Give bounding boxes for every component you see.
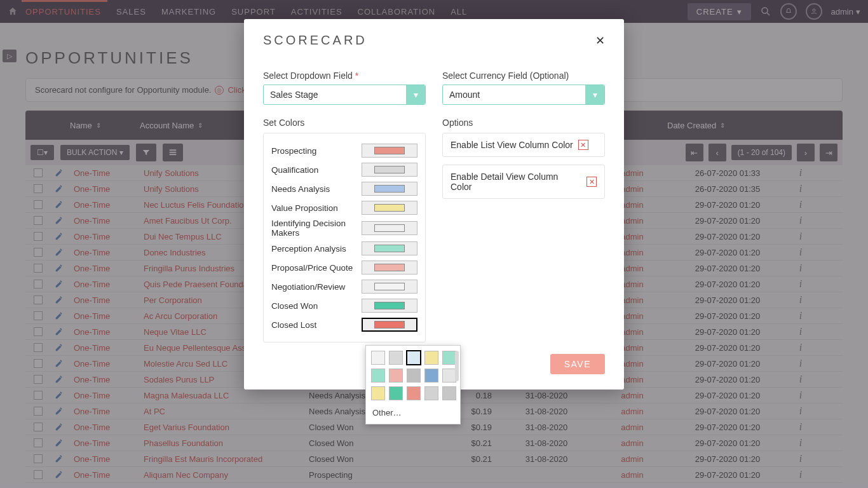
dropdown-field-select[interactable]: Sales Stage ▾ bbox=[263, 85, 426, 105]
picker-swatch[interactable] bbox=[371, 386, 385, 400]
color-row: Proposal/Price Quote bbox=[271, 259, 417, 276]
color-swatch bbox=[374, 245, 405, 252]
color-stage-label: Closed Lost bbox=[271, 320, 362, 330]
picker-swatch[interactable] bbox=[389, 369, 403, 383]
picker-swatch[interactable] bbox=[424, 351, 438, 365]
color-swatch bbox=[374, 321, 405, 329]
color-row: Perception Analysis bbox=[271, 240, 417, 257]
save-button[interactable]: SAVE bbox=[550, 354, 605, 374]
remove-icon[interactable]: ✕ bbox=[578, 140, 588, 150]
currency-field-value: Amount bbox=[449, 90, 480, 100]
color-swatch-button[interactable] bbox=[362, 182, 417, 196]
color-row: Identifying Decision Makers bbox=[271, 219, 417, 238]
scroll-thumb[interactable] bbox=[455, 351, 459, 381]
color-stage-label: Negotiation/Review bbox=[271, 282, 362, 292]
currency-field-label: Select Currency Field (Optional) bbox=[442, 71, 605, 81]
color-swatch bbox=[374, 224, 405, 232]
color-swatch-button[interactable] bbox=[362, 144, 417, 158]
picker-swatch[interactable] bbox=[371, 369, 385, 383]
color-stage-label: Perception Analysis bbox=[271, 244, 362, 254]
color-swatch-button[interactable] bbox=[362, 261, 417, 274]
picker-swatch[interactable] bbox=[442, 351, 456, 365]
color-swatch bbox=[374, 302, 405, 309]
color-row: Negotiation/Review bbox=[271, 278, 417, 295]
required-mark: * bbox=[355, 71, 358, 81]
chevron-down-icon: ▾ bbox=[406, 85, 425, 104]
color-stage-label: Prospecting bbox=[271, 146, 362, 156]
color-other[interactable]: Other… bbox=[371, 407, 455, 419]
modal-title: SCORECARD bbox=[263, 33, 595, 48]
color-swatch bbox=[374, 185, 405, 193]
color-swatch bbox=[374, 283, 405, 290]
color-row: Closed Lost bbox=[271, 316, 417, 333]
close-icon[interactable]: ✕ bbox=[595, 34, 605, 48]
color-stage-label: Closed Won bbox=[271, 301, 362, 311]
color-row: Qualification bbox=[271, 161, 417, 178]
color-swatch-button[interactable] bbox=[362, 221, 417, 235]
color-row: Prospecting bbox=[271, 142, 417, 159]
color-swatch-button[interactable] bbox=[362, 163, 417, 177]
picker-swatch[interactable] bbox=[442, 386, 456, 400]
scorecard-modal: SCORECARD ✕ Select Dropdown Field * Sale… bbox=[244, 19, 624, 390]
color-stage-label: Needs Analysis bbox=[271, 184, 362, 194]
picker-swatch[interactable] bbox=[424, 386, 438, 400]
option-detail-color[interactable]: Enable Detail View Column Color ✕ bbox=[442, 165, 605, 199]
color-stage-label: Value Proposition bbox=[271, 203, 362, 213]
remove-icon[interactable]: ✕ bbox=[587, 177, 597, 187]
chevron-down-icon: ▾ bbox=[585, 85, 604, 104]
option-detail-label: Enable Detail View Column Color bbox=[451, 172, 581, 192]
color-picker: Other… bbox=[365, 345, 461, 424]
picker-swatch[interactable] bbox=[407, 369, 421, 383]
picker-swatch[interactable] bbox=[389, 386, 403, 400]
color-swatch bbox=[374, 147, 405, 154]
picker-swatch[interactable] bbox=[389, 351, 403, 365]
picker-swatch[interactable] bbox=[424, 369, 438, 383]
picker-swatch[interactable] bbox=[442, 369, 456, 383]
color-row: Value Proposition bbox=[271, 200, 417, 216]
set-colors-label: Set Colors bbox=[263, 118, 426, 128]
color-row: Needs Analysis bbox=[271, 180, 417, 197]
picker-swatch[interactable] bbox=[371, 351, 385, 365]
currency-field-select[interactable]: Amount ▾ bbox=[442, 85, 605, 105]
color-stage-label: Qualification bbox=[271, 165, 362, 175]
color-swatch-button[interactable] bbox=[362, 241, 417, 255]
color-swatch-button[interactable] bbox=[362, 201, 417, 215]
color-swatch bbox=[374, 264, 405, 271]
picker-swatch[interactable] bbox=[407, 386, 421, 400]
color-swatch-button[interactable] bbox=[362, 280, 417, 294]
color-stage-label: Identifying Decision Makers bbox=[271, 219, 362, 238]
colors-panel: ProspectingQualificationNeeds AnalysisVa… bbox=[263, 133, 426, 342]
color-stage-label: Proposal/Price Quote bbox=[271, 263, 362, 273]
dropdown-field-label: Select Dropdown Field bbox=[263, 71, 353, 81]
color-swatch-button[interactable] bbox=[362, 299, 417, 313]
color-swatch bbox=[374, 204, 405, 212]
color-swatch-button[interactable] bbox=[362, 318, 417, 332]
option-list-color[interactable]: Enable List View Column Color ✕ bbox=[442, 133, 605, 157]
option-list-label: Enable List View Column Color bbox=[451, 140, 573, 150]
color-row: Closed Won bbox=[271, 297, 417, 314]
picker-swatch[interactable] bbox=[407, 351, 421, 365]
dropdown-field-value: Sales Stage bbox=[270, 90, 318, 100]
color-swatch bbox=[374, 166, 405, 173]
options-label: Options bbox=[442, 118, 605, 128]
